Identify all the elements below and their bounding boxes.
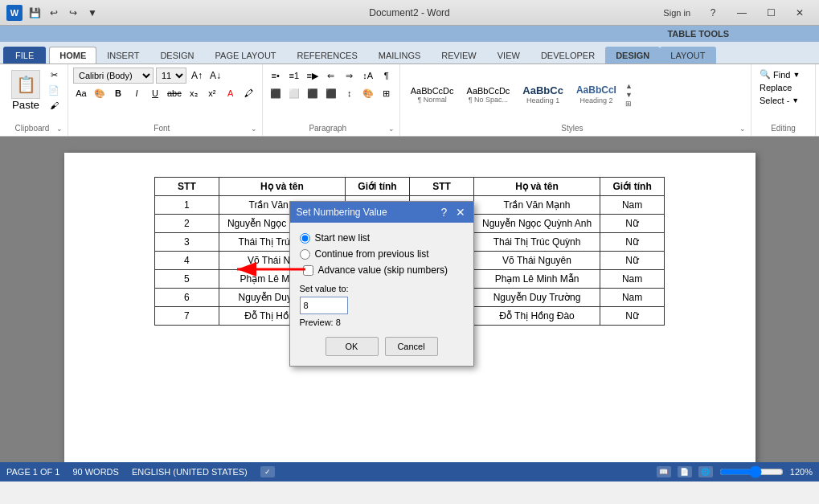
text-color-button[interactable]: A — [223, 85, 239, 101]
find-button[interactable]: 🔍 Find ▼ — [756, 68, 803, 81]
increase-indent-button[interactable]: ⇒ — [342, 68, 358, 84]
strikethrough-button[interactable]: abc — [166, 85, 183, 101]
tab-page-layout[interactable]: PAGE LAYOUT — [205, 47, 287, 64]
find-icon: 🔍 — [760, 69, 771, 80]
line-spacing-button[interactable]: ↕ — [342, 85, 358, 101]
document-title: Document2 - Word — [369, 7, 449, 18]
style-heading2[interactable]: AaBbCcI Heading 2 — [571, 83, 622, 106]
tab-design[interactable]: DESIGN — [149, 47, 204, 64]
spell-check-icon[interactable]: ✓ — [260, 466, 275, 477]
select-button[interactable]: Select - ▼ — [756, 94, 803, 107]
bullet-list-button[interactable]: ≡• — [268, 68, 284, 84]
format-painter-button[interactable]: 🖌 — [45, 98, 63, 113]
highlight-button[interactable]: 🖍 — [241, 85, 257, 101]
sort-button[interactable]: ↕A — [360, 68, 376, 84]
ribbon-group-paragraph: ≡• ≡1 ≡▶ ⇐ ⇒ ↕A ¶ ⬛ ⬜ ⬛ ⬛ ↕ 🎨 ⊞ Paragrap… — [263, 64, 400, 136]
copy-button[interactable]: 📄 — [45, 83, 63, 97]
font-name-select[interactable]: Calibri (Body) — [73, 68, 154, 84]
styles-label: Styles — [405, 122, 739, 133]
zoom-slider[interactable] — [719, 465, 784, 478]
replace-button[interactable]: Replace — [756, 81, 803, 94]
align-right-button[interactable]: ⬛ — [305, 85, 321, 101]
clipboard-expander[interactable]: ⌄ — [56, 125, 63, 133]
style-no-spacing[interactable]: AaBbCcDc ¶ No Spac... — [461, 84, 516, 106]
cancel-button[interactable]: Cancel — [385, 337, 438, 356]
start-new-list-radio[interactable] — [300, 233, 310, 244]
clear-format-button[interactable]: 🎨 — [92, 85, 108, 101]
sign-in-link[interactable]: Sign in — [663, 8, 697, 18]
styles-more-arrow[interactable]: ⊞ — [625, 100, 633, 108]
tab-references[interactable]: REFERENCES — [287, 47, 368, 64]
web-layout-icon[interactable]: 🌐 — [698, 466, 713, 477]
decrease-indent-button[interactable]: ⇐ — [323, 68, 339, 84]
paragraph-label: Paragraph — [268, 122, 388, 133]
increase-font-button[interactable]: A↑ — [189, 68, 205, 84]
close-button[interactable]: ✕ — [787, 2, 813, 24]
tab-review[interactable]: REVIEW — [431, 47, 486, 64]
table-tools-label: TABLE TOOLS — [657, 29, 739, 39]
dialog-help-button[interactable]: ? — [438, 206, 451, 219]
decrease-font-button[interactable]: A↓ — [207, 68, 223, 84]
font-expander[interactable]: ⌄ — [251, 125, 257, 133]
align-left-button[interactable]: ⬛ — [268, 85, 284, 101]
tab-insert[interactable]: INSERT — [96, 47, 149, 64]
paragraph-expander[interactable]: ⌄ — [388, 125, 395, 133]
shading-button[interactable]: 🎨 — [360, 85, 376, 101]
document-page[interactable]: STT Họ và tên Giới tính STT Họ và tên Gi… — [64, 153, 756, 462]
cut-button[interactable]: ✂ — [45, 68, 63, 82]
tab-table-layout[interactable]: LAYOUT — [660, 47, 715, 64]
clipboard-small-buttons: ✂ 📄 🖌 — [45, 68, 63, 113]
undo-button[interactable]: ↩ — [45, 4, 63, 22]
borders-button[interactable]: ⊞ — [379, 85, 395, 101]
ribbon-group-font: Calibri (Body) 11 A↑ A↓ Aa 🎨 B I U abc x… — [68, 64, 263, 136]
font-size-select[interactable]: 11 — [156, 68, 186, 84]
col-gender2: Giới tính — [600, 178, 665, 196]
tab-file[interactable]: FILE — [3, 47, 46, 64]
numbered-list-button[interactable]: ≡1 — [286, 68, 302, 84]
set-value-label: Set value to: — [300, 284, 349, 293]
redo-button[interactable]: ↪ — [64, 4, 82, 22]
style-heading1[interactable]: AaBbCc Heading 1 — [517, 83, 569, 107]
dialog-close-button[interactable]: ✕ — [454, 206, 467, 219]
maximize-button[interactable]: ☐ — [758, 2, 784, 24]
tab-table-design[interactable]: DESIGN — [605, 47, 660, 64]
ribbon-group-editing: 🔍 Find ▼ Replace Select - ▼ Editing — [751, 64, 816, 136]
multilevel-list-button[interactable]: ≡▶ — [305, 68, 321, 84]
advance-value-checkbox[interactable] — [303, 265, 313, 276]
underline-button[interactable]: U — [147, 85, 163, 101]
tab-developer[interactable]: DEVELOPER — [530, 47, 605, 64]
styles-expander[interactable]: ⌄ — [739, 125, 746, 133]
read-mode-icon[interactable]: 📖 — [657, 466, 671, 477]
font-controls: Calibri (Body) 11 A↑ A↓ Aa 🎨 B I U abc x… — [73, 68, 257, 103]
ok-button[interactable]: OK — [326, 337, 379, 356]
change-case-button[interactable]: Aa — [73, 85, 89, 101]
style-normal-preview: AaBbCcDc — [411, 86, 454, 96]
paste-button[interactable]: 📋 Paste — [8, 68, 43, 113]
show-formatting-button[interactable]: ¶ — [379, 68, 395, 84]
superscript-button[interactable]: x² — [204, 85, 220, 101]
align-center-button[interactable]: ⬜ — [286, 85, 302, 101]
print-layout-icon[interactable]: 📄 — [678, 466, 692, 477]
language: ENGLISH (UNITED STATES) — [132, 467, 248, 477]
save-button[interactable]: 💾 — [26, 4, 43, 22]
set-value-input[interactable] — [300, 297, 348, 314]
justify-button[interactable]: ⬛ — [323, 85, 339, 101]
help-button[interactable]: ? — [700, 2, 726, 24]
minimize-button[interactable]: — — [729, 2, 755, 24]
styles-down-arrow[interactable]: ▼ — [625, 91, 633, 99]
continue-from-previous-radio[interactable] — [300, 249, 310, 260]
tab-home[interactable]: HOME — [49, 47, 96, 64]
italic-button[interactable]: I — [129, 85, 145, 101]
bold-button[interactable]: B — [110, 85, 126, 101]
table-tools-banner: TABLE TOOLS — [0, 26, 819, 42]
customize-quick-access-button[interactable]: ▼ — [84, 4, 101, 22]
style-heading1-preview: AaBbCc — [522, 85, 563, 96]
style-normal[interactable]: AaBbCcDc ¶ Normal — [405, 84, 460, 106]
tab-view[interactable]: VIEW — [487, 47, 530, 64]
continue-from-previous-label: Continue from previous list — [315, 248, 429, 260]
styles-up-arrow[interactable]: ▲ — [625, 82, 633, 90]
quick-access-toolbar: 💾 ↩ ↪ ▼ — [26, 4, 101, 22]
tab-mailings[interactable]: MAILINGS — [368, 47, 432, 64]
subscript-button[interactable]: x₂ — [186, 85, 202, 101]
title-bar: W 💾 ↩ ↪ ▼ Document2 - Word Sign in ? — ☐… — [0, 0, 819, 26]
